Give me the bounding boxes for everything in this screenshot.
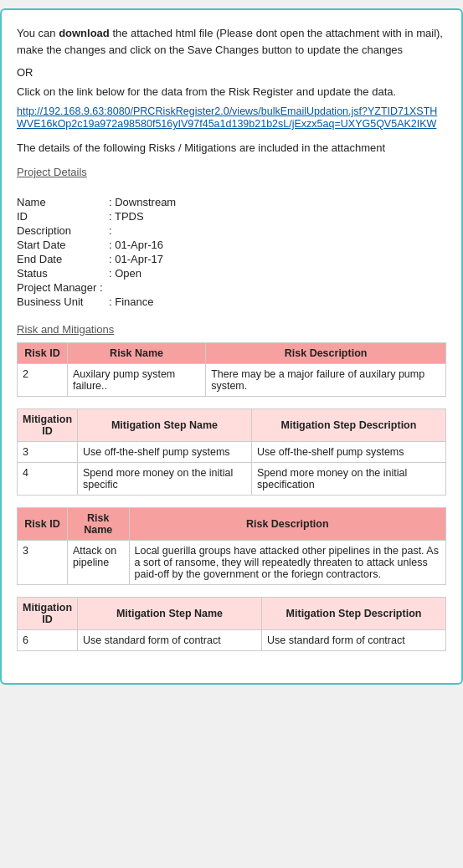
table-row: 2 Auxilary pump system failure.. There m… <box>18 364 446 397</box>
risk-table-1: Risk ID Risk Name Risk Description 2 Aux… <box>17 342 446 397</box>
project-value-status: : Open <box>109 267 141 280</box>
risk-table1-col-name: Risk Name <box>68 343 206 364</box>
project-label-id: ID <box>17 210 109 223</box>
risk-table1-col-desc: Risk Description <box>206 343 446 364</box>
project-row-manager: Project Manager : <box>17 281 446 294</box>
mitigation-table-1: Mitigation ID Mitigation Step Name Mitig… <box>17 408 446 496</box>
project-label-end: End Date <box>17 253 109 265</box>
project-label-bu: Business Unit <box>17 295 109 308</box>
risk-mitigation-section: Risk and Mitigations Risk ID Risk Name R… <box>17 323 446 651</box>
or-text: OR <box>17 66 446 79</box>
project-row-bu: Business Unit : Finance <box>17 295 446 308</box>
mit1-row1-name: Use off-the-shelf pump systems <box>78 442 252 463</box>
mit1-row2-id: 4 <box>18 463 78 496</box>
project-row-id: ID : TPDS <box>17 210 446 223</box>
project-value-start: : 01-Apr-16 <box>109 239 163 251</box>
project-row-name: Name : Downstream <box>17 196 446 208</box>
table-row: 6 Use standard form of contract Use stan… <box>18 630 446 651</box>
project-row-end: End Date : 01-Apr-17 <box>17 253 446 265</box>
link-block: http://192.168.9.63:8080/PRCRiskRegister… <box>17 105 446 130</box>
mit1-row2-name: Spend more money on the initial specific <box>78 463 252 496</box>
mit-table1-col-id: Mitigation ID <box>18 409 78 442</box>
table-row: 3 Attack on pipeline Local guerilla grou… <box>18 541 446 585</box>
project-value-id: : TPDS <box>109 210 144 223</box>
table-row: 3 Use off-the-shelf pump systems Use off… <box>18 442 446 463</box>
mit-table1-col-desc: Mitigation Step Description <box>251 409 445 442</box>
mit1-row1-desc: Use off-the-shelf pump systems <box>251 442 445 463</box>
project-value-description: : <box>109 224 112 237</box>
mit-table2-col-id: Mitigation ID <box>18 598 78 630</box>
risk1-id: 2 <box>18 364 68 397</box>
mit1-row2-desc: Spend more money on the initial specific… <box>251 463 445 496</box>
project-details-section: Project Details Name : Downstream ID : T… <box>17 166 446 308</box>
risk2-desc: Local guerilla groups have attacked othe… <box>129 541 445 585</box>
project-label-manager: Project Manager : <box>17 281 109 294</box>
project-value-name: : Downstream <box>109 196 176 208</box>
project-row-description: Description : <box>17 224 446 237</box>
risk1-desc: There may be a major failure of auxilary… <box>206 364 446 397</box>
project-label-description: Description <box>17 224 109 237</box>
click-text: Click on the link below for the data fro… <box>17 85 446 98</box>
mit1-row1-id: 3 <box>18 442 78 463</box>
risk-table2-col-name: Risk Name <box>68 508 130 541</box>
risk-table1-col-id: Risk ID <box>18 343 68 364</box>
risk-mitigation-heading: Risk and Mitigations <box>17 323 446 336</box>
project-value-bu: : Finance <box>109 295 153 308</box>
project-details-heading: Project Details <box>17 166 446 178</box>
project-row-start: Start Date : 01-Apr-16 <box>17 239 446 251</box>
details-note: The details of the following Risks / Mit… <box>17 141 446 154</box>
mitigation-table-2: Mitigation ID Mitigation Step Name Mitig… <box>17 597 446 651</box>
project-label-name: Name <box>17 196 109 208</box>
project-label-start: Start Date <box>17 239 109 251</box>
main-container: You can download the attached html file … <box>0 8 463 685</box>
bulk-email-link[interactable]: http://192.168.9.63:8080/PRCRiskRegister… <box>17 105 437 130</box>
mit-table2-col-name: Mitigation Step Name <box>78 598 262 630</box>
project-row-status: Status : Open <box>17 267 446 280</box>
risk2-id: 3 <box>18 541 68 585</box>
mit2-row1-name: Use standard form of contract <box>78 630 262 651</box>
table-row: 4 Spend more money on the initial specif… <box>18 463 446 496</box>
risk-table2-col-desc: Risk Description <box>129 508 445 541</box>
mit-table2-col-desc: Mitigation Step Description <box>262 598 446 630</box>
risk-table-2: Risk ID Risk Name Risk Description 3 Att… <box>17 507 446 585</box>
risk1-name: Auxilary pump system failure.. <box>68 364 206 397</box>
intro-text: You can download the attached html file … <box>17 25 446 58</box>
risk-table2-col-id: Risk ID <box>18 508 68 541</box>
mit2-row1-id: 6 <box>18 630 78 651</box>
download-bold: download <box>59 27 110 39</box>
risk2-name: Attack on pipeline <box>68 541 130 585</box>
project-value-end: : 01-Apr-17 <box>109 253 163 265</box>
mit-table1-col-name: Mitigation Step Name <box>78 409 252 442</box>
project-label-status: Status <box>17 267 109 280</box>
mit2-row1-desc: Use standard form of contract <box>262 630 446 651</box>
